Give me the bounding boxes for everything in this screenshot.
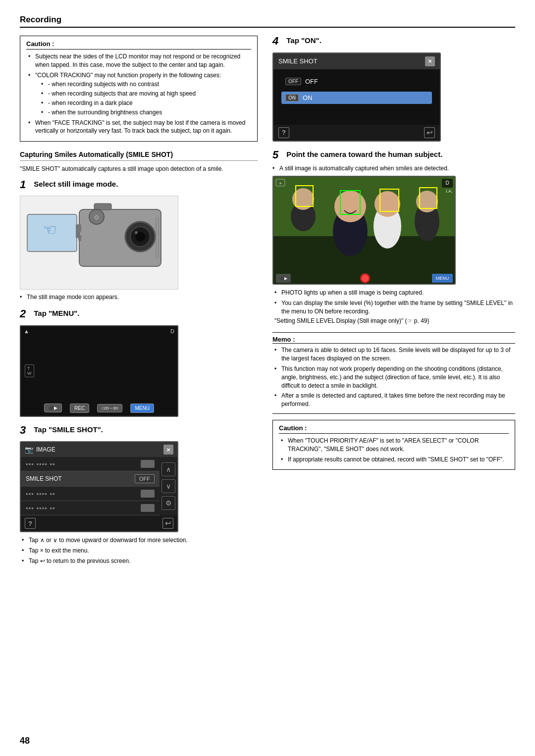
smile-shot-label: SMILE SHOT — [26, 475, 135, 482]
menu-tw-control: TW — [25, 364, 34, 377]
page-title: Recording — [20, 15, 61, 25]
menu-row-1-label: ▪▪▪ ▪▪▪▪ ▪▪ — [26, 460, 55, 468]
caution-sub-item-3: - when recording in a dark place — [41, 99, 251, 107]
close-smile-button[interactable]: × — [425, 56, 435, 66]
image-menu-screen: 📷 IMAGE × ▪▪▪ ▪▪▪▪ ▪▪ SMILE SHOT — [20, 441, 178, 532]
section-title: Capturing Smiles Automatically (SMILE SH… — [20, 151, 258, 161]
smile-on-option[interactable]: ON ON — [281, 92, 432, 104]
memo-item-2: This function may not work properly depe… — [274, 365, 515, 390]
smile-level-ref: "Setting SMILE LEVEL Display (Still imag… — [272, 317, 515, 324]
menu-corner-tr-label: D — [170, 328, 174, 334]
svg-text:⊙: ⊙ — [94, 214, 99, 221]
step-2: 2 Tap "MENU". ▲ D TW ⬛▶ REC □2D↔3D MENU — [20, 308, 258, 417]
rec-button[interactable]: REC — [70, 403, 89, 413]
menu-bottom-bar: ⬛▶ REC □2D↔3D MENU — [21, 403, 177, 413]
caution-box-1: Caution : Subjects near the sides of the… — [20, 36, 258, 142]
step-2-number: 2 — [20, 308, 26, 319]
caution-box-2: Caution : When "TOUCH PRIORITY AE/AF" is… — [272, 420, 515, 470]
smile-options: OFF OFF ON ON — [273, 69, 440, 110]
page: Recording Caution : Subjects near the si… — [0, 0, 535, 756]
step-4-text: Tap "ON". — [286, 36, 321, 46]
menu-row-1[interactable]: ▪▪▪ ▪▪▪▪ ▪▪ — [21, 457, 160, 471]
image-menu-footer: ? ↩ — [21, 515, 177, 531]
menu-row-4[interactable]: ▪▪▪ ▪▪▪▪ ▪▪ — [21, 501, 160, 515]
smile-help-button[interactable]: ? — [278, 127, 289, 138]
step-3-notes: Tap ∧ or ∨ to move upward or downward fo… — [20, 536, 258, 565]
smile-shot-header: SMILE SHOT × — [273, 53, 440, 69]
close-menu-button[interactable]: × — [163, 445, 173, 454]
step-5-bullet: A still image is automatically captured … — [272, 165, 515, 172]
svg-text:MENU: MENU — [436, 276, 449, 281]
step-3-text: Tap "SMILE SHOT". — [34, 425, 103, 435]
photo-preview-screen: ▲ D i.A. ⬛▶ MENU — [272, 176, 456, 285]
memo-list: The camera is able to detect up to 16 fa… — [272, 346, 515, 408]
caution2-item-1: When "TOUCH PRIORITY AE/AF" is set to "A… — [281, 437, 509, 454]
smile-screen-footer: ? ↩ — [273, 125, 440, 141]
down-arrow-button[interactable]: ∨ — [161, 479, 175, 493]
on-badge: ON — [285, 94, 299, 101]
image-menu-title: IMAGE — [36, 446, 163, 453]
step-1-text: Select still image mode. — [34, 179, 118, 189]
image-menu-body: ▪▪▪ ▪▪▪▪ ▪▪ SMILE SHOT OFF ▪▪▪ ▪▪▪▪ ▪▪ — [21, 457, 177, 515]
smile-off-option[interactable]: OFF OFF — [281, 75, 432, 88]
left-column: Caution : Subjects near the sides of the… — [20, 36, 258, 573]
menu-screen: ▲ D TW ⬛▶ REC □2D↔3D MENU — [20, 325, 178, 417]
memo-title: Memo : — [272, 336, 515, 344]
off-label: OFF — [305, 78, 318, 85]
menu-row-smile-shot[interactable]: SMILE SHOT OFF — [21, 471, 160, 487]
svg-text:☜: ☜ — [43, 221, 57, 239]
svg-text:i.A.: i.A. — [446, 189, 452, 194]
svg-rect-6 — [78, 235, 81, 241]
step-3-note-1: Tap ∧ or ∨ to move upward or downward fo… — [22, 536, 258, 545]
3d-button[interactable]: □2D↔3D — [97, 404, 122, 412]
on-label: ON — [303, 94, 313, 101]
step-3-number: 3 — [20, 425, 26, 436]
section-desc: "SMILE SHOT" automatically captures a st… — [20, 165, 258, 173]
caution-sub-item-2: - when recording subjects that are movin… — [41, 90, 251, 98]
step-1-number: 1 — [20, 179, 26, 190]
svg-text:⬛▶: ⬛▶ — [279, 276, 288, 281]
image-menu-side-controls: ∧ ∨ ⚙ — [160, 457, 177, 515]
step-5: 5 Point the camera toward the human subj… — [272, 150, 515, 325]
caution-item-2: "COLOR TRACKING" may not function proper… — [28, 71, 251, 117]
step-3-note-3: Tap ↩ to return to the previous screen. — [22, 557, 258, 565]
off-badge: OFF — [285, 78, 301, 85]
step-4-number: 4 — [272, 36, 278, 47]
caution-title-1: Caution : — [26, 40, 251, 50]
photo-note-1: PHOTO lights up when a still image is be… — [274, 289, 515, 297]
help-button[interactable]: ? — [25, 518, 36, 529]
menu-row-3[interactable]: ▪▪▪ ▪▪▪▪ ▪▪ — [21, 487, 160, 501]
svg-point-22 — [374, 191, 400, 217]
back-button[interactable]: ↩ — [162, 518, 173, 529]
up-arrow-button[interactable]: ∧ — [161, 462, 175, 476]
right-column: 4 Tap "ON". SMILE SHOT × OFF OFF — [272, 36, 515, 573]
image-menu-header: 📷 IMAGE × — [21, 442, 177, 457]
svg-text:D: D — [445, 180, 449, 186]
settings-button[interactable]: ⚙ — [161, 496, 175, 510]
svg-point-10 — [135, 231, 138, 234]
caution-item-3: When "FACE TRACKING" is set, the subject… — [28, 119, 251, 136]
caution2-item-2: If appropriate results cannot be obtaine… — [281, 455, 509, 464]
svg-point-37 — [362, 275, 369, 282]
step-2-text: Tap "MENU". — [34, 308, 79, 318]
step-5-photo-notes: PHOTO lights up when a still image is be… — [272, 289, 515, 315]
caution-title-2: Caution : — [279, 424, 509, 434]
memo-box: Memo : The camera is able to detect up t… — [272, 332, 515, 414]
camera-icon: 📷 — [25, 446, 33, 454]
menu-row-4-label: ▪▪▪ ▪▪▪▪ ▪▪ — [26, 504, 55, 512]
step-1: 1 Select still image mode. ☜ — [20, 179, 258, 301]
menu-corner-tl-icon: ▲ — [24, 328, 29, 334]
svg-rect-5 — [78, 224, 81, 232]
image-menu-rows: ▪▪▪ ▪▪▪▪ ▪▪ SMILE SHOT OFF ▪▪▪ ▪▪▪▪ ▪▪ — [21, 457, 160, 515]
svg-text:▲: ▲ — [278, 181, 282, 185]
smile-back-button[interactable]: ↩ — [424, 127, 435, 138]
step-5-number: 5 — [272, 150, 278, 160]
menu-button[interactable]: MENU — [130, 403, 154, 413]
wedding-scene-svg: ▲ D i.A. ⬛▶ MENU — [273, 177, 456, 285]
caution-list-1: Subjects near the sides of the LCD monit… — [26, 52, 251, 135]
caution-sub-item-4: - when the surrounding brightness change… — [41, 108, 251, 117]
step-4: 4 Tap "ON". SMILE SHOT × OFF OFF — [272, 36, 515, 142]
photo-note-2: You can display the smile level (%) toge… — [274, 299, 515, 316]
playback-button[interactable]: ⬛▶ — [44, 403, 62, 412]
main-content: Caution : Subjects near the sides of the… — [20, 36, 515, 573]
